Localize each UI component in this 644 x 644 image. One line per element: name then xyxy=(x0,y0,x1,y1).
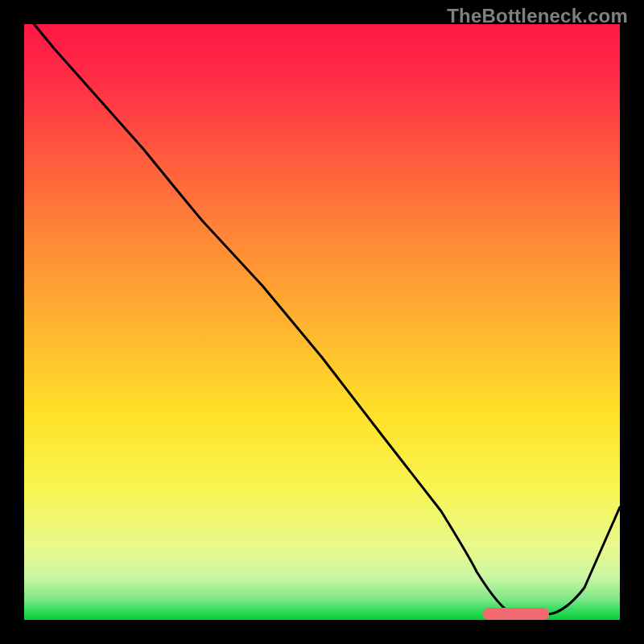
plot-area xyxy=(24,24,620,620)
optimal-zone-marker xyxy=(483,608,549,620)
chart-stage: TheBottleneck.com xyxy=(0,0,644,644)
bottleneck-curve xyxy=(24,12,620,614)
watermark-text: TheBottleneck.com xyxy=(447,5,628,27)
curve-svg xyxy=(24,24,620,620)
